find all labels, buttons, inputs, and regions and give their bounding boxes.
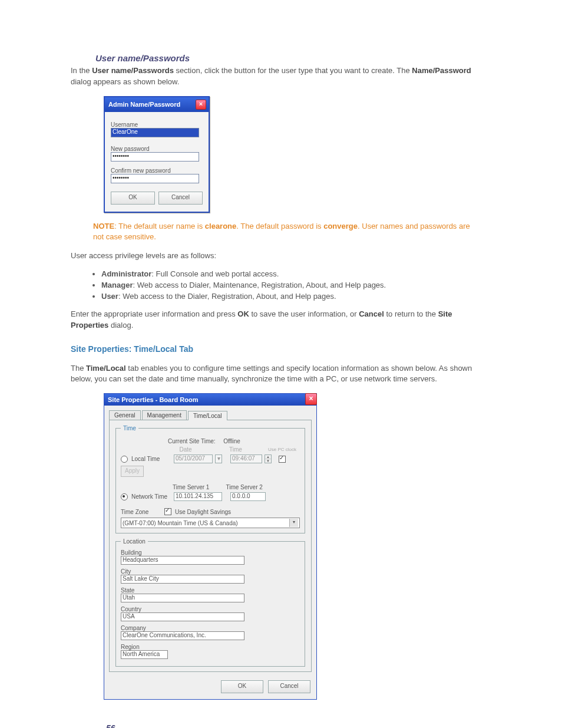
time-zone-label: Time Zone [121, 509, 162, 515]
txt-bold: Time/Local [86, 364, 126, 373]
enter-info-paragraph: Enter the appropriate user information a… [71, 309, 491, 331]
txt: section, click the button for the user t… [176, 66, 412, 75]
time-legend: Time [121, 425, 138, 431]
section-heading: User name/Passwords [95, 53, 491, 63]
ok-button[interactable]: OK [111, 192, 155, 205]
username-label: Username [111, 121, 203, 128]
txt: . The default password is [236, 222, 323, 230]
txt: dialog. [111, 321, 133, 330]
role-name: Manager [101, 281, 133, 289]
dst-checkbox[interactable] [164, 508, 171, 515]
cancel-button[interactable]: Cancel [268, 680, 310, 693]
tab-time-local[interactable]: Time/Local [188, 411, 227, 420]
txt-bold: User name/Passwords [92, 66, 174, 75]
txt: The [71, 364, 86, 373]
ok-button[interactable]: OK [221, 680, 263, 693]
network-time-label: Network Time [131, 493, 171, 500]
dialog-title: Admin Name/Password [108, 101, 180, 108]
txt: : Web access to the Dialer, Registration… [118, 292, 336, 301]
note-word: clearone [205, 222, 236, 230]
tab-general[interactable]: General [109, 410, 141, 420]
company-label: Company [121, 625, 300, 631]
privilege-intro: User access privilege levels are as foll… [71, 251, 491, 262]
time-server-1-header: Time Server 1 [173, 484, 209, 490]
txt: In the [71, 66, 92, 75]
txt: : Full Console and web portal access. [151, 269, 279, 278]
local-time-radio[interactable] [121, 456, 128, 463]
time-zone-value: (GMT-07:00) Mountain Time (US & Canada) [123, 520, 238, 526]
list-item: Administrator: Full Console and web port… [101, 269, 491, 278]
city-input[interactable]: Salt Lake City [121, 575, 244, 584]
apply-button[interactable]: Apply [121, 466, 144, 477]
txt-bold: Name/Password [412, 66, 471, 75]
network-time-radio[interactable] [121, 493, 128, 500]
txt: Enter the appropriate user information a… [71, 309, 237, 318]
current-site-time-value: Offline [223, 438, 240, 444]
time-local-paragraph: The Time/Local tab enables you to config… [71, 363, 491, 386]
date-header: Date [168, 446, 203, 453]
building-input[interactable]: Headquarters [121, 556, 244, 565]
country-label: Country [121, 606, 300, 612]
use-pc-clock-checkbox[interactable] [279, 456, 286, 463]
note-block: NOTE: The default user name is clearone.… [93, 221, 482, 242]
local-time-label: Local Time [131, 456, 171, 462]
confirm-password-label: Confirm new password [111, 167, 203, 174]
txt: tab enables you to configure time settin… [71, 364, 472, 384]
city-label: City [121, 568, 300, 575]
cancel-button[interactable]: Cancel [158, 192, 203, 205]
txt-bold: Cancel [359, 309, 384, 318]
txt: : Web access to Dialer, Maintenance, Reg… [133, 281, 386, 289]
admin-name-password-dialog: Admin Name/Password × Username ClearOne … [104, 96, 210, 213]
confirm-password-input[interactable]: •••••••• [111, 174, 199, 183]
chevron-down-icon: ▾ [289, 519, 298, 527]
tab-management[interactable]: Management [142, 410, 187, 420]
time-server-1-input[interactable]: 10.101.24.135 [174, 492, 222, 501]
close-icon[interactable]: × [305, 393, 317, 405]
time-header: Time [221, 446, 250, 453]
dialog-title: Site Properties - Board Room [104, 394, 316, 406]
date-dropdown-icon[interactable]: ▾ [215, 454, 222, 463]
txt-bold: OK [237, 309, 249, 318]
location-legend: Location [121, 538, 148, 545]
subsection-heading: Site Properties: Time/Local Tab [71, 344, 491, 354]
privilege-list: Administrator: Full Console and web port… [101, 269, 491, 301]
list-item: Manager: Web access to Dialer, Maintenan… [101, 281, 491, 289]
company-input[interactable]: ClearOne Communications, Inc. [121, 631, 244, 640]
region-input[interactable]: North America [121, 650, 168, 659]
username-input[interactable]: ClearOne [111, 128, 199, 137]
txt: dialog appears as shown below. [71, 77, 179, 86]
role-name: User [101, 292, 118, 301]
new-password-input[interactable]: •••••••• [111, 152, 199, 162]
txt: to return to the [386, 309, 438, 318]
txt: : The default user name is [114, 222, 205, 230]
location-fieldset: Location Building Headquarters City Salt… [115, 538, 305, 667]
dialog-titlebar: Admin Name/Password × [105, 97, 209, 112]
time-fieldset: Time Current Site Time: Offline Date Tim… [115, 425, 305, 533]
role-name: Administrator [101, 269, 151, 278]
time-input[interactable]: 09:46:07 [230, 454, 262, 463]
time-server-2-input[interactable]: 0.0.0.0 [230, 492, 266, 501]
txt: to save the user information, or [251, 309, 359, 318]
new-password-label: New password [111, 146, 203, 152]
use-pc-clock-label: Use PC clock [268, 447, 296, 452]
date-input[interactable]: 05/10/2007 [174, 454, 213, 463]
dst-label: Use Daylight Savings [175, 509, 231, 515]
time-spinner[interactable]: ▲▼ [265, 454, 272, 463]
state-input[interactable]: Utah [121, 594, 244, 602]
list-item: User: Web access to the Dialer, Registra… [101, 292, 491, 301]
country-input[interactable]: USA [121, 612, 244, 621]
note-lead: NOTE [93, 222, 114, 230]
site-properties-dialog: × Site Properties - Board Room General M… [104, 393, 317, 700]
time-server-2-header: Time Server 2 [226, 484, 262, 490]
time-zone-select[interactable]: (GMT-07:00) Mountain Time (US & Canada) … [121, 518, 300, 528]
current-site-time-label: Current Site Time: [168, 438, 216, 444]
building-label: Building [121, 549, 300, 556]
page-number: 56 [106, 723, 491, 728]
note-word: converge [323, 222, 358, 230]
region-label: Region [121, 644, 300, 650]
state-label: State [121, 587, 300, 594]
intro-paragraph: In the User name/Passwords section, clic… [71, 65, 491, 88]
close-icon[interactable]: × [196, 100, 206, 110]
